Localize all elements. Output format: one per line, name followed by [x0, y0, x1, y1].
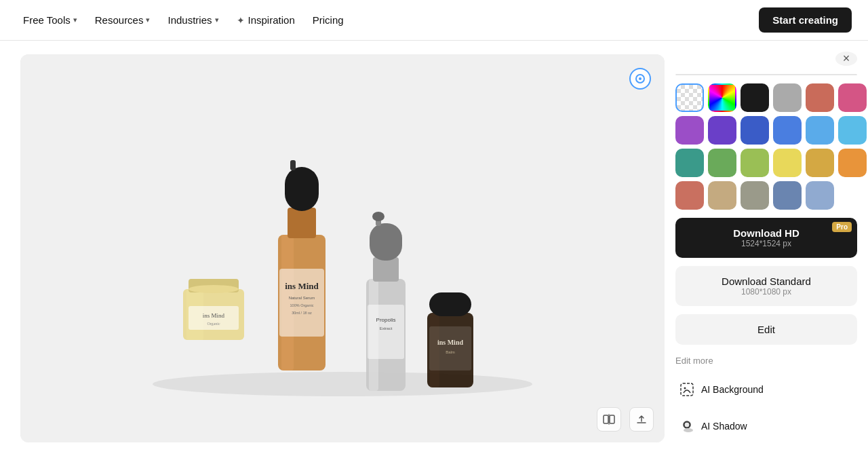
swatch-gray-warm[interactable]: [741, 181, 769, 210]
bottles-svg: ins Mind Organic ins Mind Natura: [132, 86, 553, 411]
svg-text:30ml / 1fl oz: 30ml / 1fl oz: [292, 311, 312, 315]
download-standard-button[interactable]: Download Standard 1080*1080 px: [675, 266, 857, 306]
resources-label: Resources: [95, 14, 144, 26]
swatch-yellow-gold[interactable]: [806, 149, 834, 177]
inspiration-label: Inspiration: [248, 14, 295, 26]
swatch-teal-light[interactable]: [838, 116, 867, 145]
svg-text:Extract: Extract: [380, 326, 393, 330]
free-tools-label: Free Tools: [23, 14, 71, 26]
resize-item[interactable]: Resize: [675, 449, 857, 456]
swatch-blue-pale[interactable]: [806, 181, 834, 210]
upload-icon: [635, 413, 648, 425]
svg-rect-25: [368, 305, 404, 359]
pro-badge: Pro: [832, 222, 852, 232]
download-std-title: Download Standard: [685, 276, 848, 287]
swatch-orange[interactable]: [838, 149, 867, 177]
nav-inspiration[interactable]: ✦ Inspiration: [230, 10, 302, 30]
swatch-blue-slate[interactable]: [773, 181, 802, 210]
navbar: Free Tools ▾ Resources ▾ Industries ▾ ✦ …: [0, 0, 868, 41]
ai-shadow-label: AI Shadow: [701, 421, 747, 432]
svg-rect-37: [681, 383, 693, 396]
spark-icon: ✦: [237, 15, 245, 26]
svg-point-40: [684, 428, 693, 432]
close-button[interactable]: ×: [835, 52, 857, 66]
target-inner-circle: [635, 74, 645, 83]
swatch-sand[interactable]: [708, 181, 736, 210]
nav-left: Free Tools ▾ Resources ▾ Industries ▾ ✦ …: [16, 10, 351, 30]
swatch-teal-dark[interactable]: [675, 149, 704, 177]
ai-background-label: AI Background: [701, 384, 764, 395]
svg-rect-13: [290, 160, 296, 170]
edit-more-label: Edit more: [675, 353, 857, 367]
swatch-pink[interactable]: [838, 83, 867, 112]
main-content: ins Mind Organic ins Mind Natura: [0, 41, 868, 456]
industries-label: Industries: [167, 14, 212, 26]
svg-point-38: [684, 387, 686, 390]
svg-text:Balm: Balm: [446, 350, 455, 354]
ai-background-icon: [679, 382, 694, 397]
tab-photo[interactable]: Photo: [766, 75, 856, 75]
swatch-green[interactable]: [708, 149, 736, 177]
svg-point-24: [372, 212, 384, 221]
svg-rect-30: [429, 292, 471, 316]
svg-text:100% Organic: 100% Organic: [290, 303, 314, 307]
target-icon[interactable]: [629, 68, 651, 90]
svg-text:ins Mind: ins Mind: [437, 339, 464, 346]
compare-button[interactable]: [597, 407, 621, 432]
swatch-blue-light[interactable]: [806, 116, 834, 145]
nav-pricing[interactable]: Pricing: [306, 10, 351, 30]
svg-text:Natural Serum: Natural Serum: [289, 296, 315, 300]
edit-button[interactable]: Edit: [675, 314, 857, 345]
download-std-size: 1080*1080 px: [685, 287, 848, 297]
free-tools-chevron: ▾: [73, 16, 77, 24]
ai-shadow-icon: [679, 419, 694, 434]
swatches-grid: [675, 83, 857, 210]
pricing-label: Pricing: [313, 14, 344, 26]
resources-chevron: ▾: [146, 16, 150, 24]
svg-rect-14: [279, 269, 324, 337]
svg-text:ins Mind: ins Mind: [203, 312, 225, 319]
upload-button[interactable]: [629, 407, 654, 432]
svg-point-5: [189, 285, 239, 293]
download-hd-button[interactable]: Pro Download HD 1524*1524 px: [675, 218, 857, 258]
nav-resources[interactable]: Resources ▾: [88, 10, 157, 30]
svg-rect-35: [610, 415, 614, 423]
svg-text:Organic: Organic: [207, 322, 220, 326]
compare-icon: [603, 413, 615, 425]
swatch-purple-light[interactable]: [675, 116, 704, 145]
tab-color[interactable]: Color: [676, 75, 766, 75]
swatch-blue-mid[interactable]: [773, 116, 802, 145]
svg-rect-11: [288, 208, 316, 238]
ai-shadow-item[interactable]: AI Shadow: [675, 412, 857, 440]
svg-text:Propolis: Propolis: [376, 317, 396, 323]
image-bottom-controls: [597, 407, 654, 432]
image-area: ins Mind Organic ins Mind Natura: [20, 54, 665, 442]
nav-industries[interactable]: Industries ▾: [161, 10, 225, 30]
product-image: ins Mind Organic ins Mind Natura: [20, 54, 665, 442]
svg-text:ins Mind: ins Mind: [285, 281, 319, 291]
svg-point-1: [153, 372, 532, 396]
ai-background-item[interactable]: AI Background: [675, 375, 857, 404]
svg-rect-22: [370, 223, 402, 261]
svg-rect-12: [285, 167, 319, 211]
swatch-terracotta[interactable]: [675, 181, 704, 210]
svg-rect-34: [604, 415, 608, 423]
swatch-gray[interactable]: [773, 83, 802, 112]
svg-rect-21: [373, 257, 399, 282]
download-hd-size: 1524*1524 px: [685, 239, 848, 248]
download-hd-title: Download HD: [685, 227, 848, 239]
swatch-transparent[interactable]: [675, 83, 704, 112]
swatch-blue-dark[interactable]: [741, 116, 769, 145]
swatch-rainbow[interactable]: [708, 83, 736, 112]
start-creating-button[interactable]: Start creating: [759, 7, 852, 33]
right-panel: × Color Photo Pro Download HD 1524*1524 …: [665, 41, 868, 456]
swatch-coral[interactable]: [806, 83, 834, 112]
swatch-yellow-light[interactable]: [773, 149, 802, 177]
swatch-purple-dark[interactable]: [708, 116, 736, 145]
svg-point-41: [684, 422, 690, 428]
svg-rect-31: [429, 326, 471, 370]
industries-chevron: ▾: [215, 16, 219, 24]
swatch-lime[interactable]: [741, 149, 769, 177]
swatch-black[interactable]: [741, 83, 769, 112]
nav-free-tools[interactable]: Free Tools ▾: [16, 10, 84, 30]
